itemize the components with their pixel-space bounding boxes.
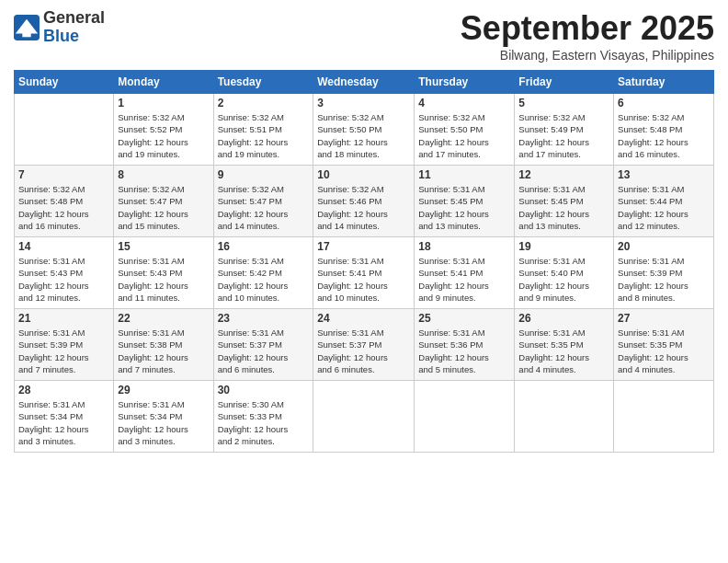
calendar-cell: 26Sunrise: 5:31 AM Sunset: 5:35 PM Dayli… bbox=[515, 309, 614, 381]
column-header-saturday: Saturday bbox=[614, 71, 714, 94]
calendar-cell: 3Sunrise: 5:32 AM Sunset: 5:50 PM Daylig… bbox=[313, 94, 415, 166]
calendar-cell: 11Sunrise: 5:31 AM Sunset: 5:45 PM Dayli… bbox=[415, 166, 515, 237]
calendar-cell bbox=[15, 94, 114, 166]
calendar-cell: 22Sunrise: 5:31 AM Sunset: 5:38 PM Dayli… bbox=[114, 309, 213, 381]
day-number: 1 bbox=[118, 97, 209, 109]
day-info: Sunrise: 5:30 AM Sunset: 5:33 PM Dayligh… bbox=[218, 398, 310, 447]
calendar-cell: 6Sunrise: 5:32 AM Sunset: 5:48 PM Daylig… bbox=[614, 94, 714, 166]
day-number: 28 bbox=[18, 384, 109, 396]
day-number: 12 bbox=[518, 168, 609, 181]
calendar-cell: 2Sunrise: 5:32 AM Sunset: 5:51 PM Daylig… bbox=[213, 94, 313, 166]
calendar-cell: 13Sunrise: 5:31 AM Sunset: 5:44 PM Dayli… bbox=[614, 166, 714, 237]
column-header-monday: Monday bbox=[114, 71, 213, 94]
calendar-cell: 20Sunrise: 5:31 AM Sunset: 5:39 PM Dayli… bbox=[614, 237, 714, 309]
day-number: 13 bbox=[618, 168, 710, 181]
calendar-cell: 14Sunrise: 5:31 AM Sunset: 5:43 PM Dayli… bbox=[15, 237, 114, 309]
day-number: 16 bbox=[218, 240, 310, 253]
location: Bilwang, Eastern Visayas, Philippines bbox=[461, 48, 714, 63]
calendar-cell bbox=[415, 381, 515, 453]
day-info: Sunrise: 5:31 AM Sunset: 5:37 PM Dayligh… bbox=[317, 327, 410, 375]
day-number: 5 bbox=[518, 97, 609, 109]
day-info: Sunrise: 5:31 AM Sunset: 5:44 PM Dayligh… bbox=[618, 183, 710, 232]
calendar-cell: 9Sunrise: 5:32 AM Sunset: 5:47 PM Daylig… bbox=[213, 166, 313, 237]
logo-blue-text: Blue bbox=[43, 28, 105, 46]
day-number: 22 bbox=[118, 312, 209, 325]
column-header-tuesday: Tuesday bbox=[213, 71, 313, 94]
day-number: 20 bbox=[618, 240, 710, 253]
day-number: 25 bbox=[418, 312, 510, 325]
day-info: Sunrise: 5:32 AM Sunset: 5:47 PM Dayligh… bbox=[218, 183, 310, 232]
day-info: Sunrise: 5:31 AM Sunset: 5:43 PM Dayligh… bbox=[118, 255, 209, 304]
day-info: Sunrise: 5:31 AM Sunset: 5:45 PM Dayligh… bbox=[418, 183, 510, 232]
calendar-cell: 29Sunrise: 5:31 AM Sunset: 5:34 PM Dayli… bbox=[114, 381, 213, 453]
column-header-wednesday: Wednesday bbox=[313, 71, 415, 94]
day-number: 11 bbox=[418, 168, 510, 181]
calendar-cell: 10Sunrise: 5:32 AM Sunset: 5:46 PM Dayli… bbox=[313, 166, 415, 237]
day-number: 15 bbox=[118, 240, 209, 253]
day-info: Sunrise: 5:31 AM Sunset: 5:41 PM Dayligh… bbox=[418, 255, 510, 304]
logo-icon bbox=[14, 15, 40, 40]
day-info: Sunrise: 5:31 AM Sunset: 5:42 PM Dayligh… bbox=[218, 255, 310, 304]
calendar-cell bbox=[614, 381, 714, 453]
day-info: Sunrise: 5:32 AM Sunset: 5:46 PM Dayligh… bbox=[317, 183, 410, 232]
day-number: 7 bbox=[18, 168, 109, 181]
day-number: 29 bbox=[118, 384, 209, 396]
day-number: 24 bbox=[317, 312, 410, 325]
day-number: 26 bbox=[518, 312, 609, 325]
calendar-cell: 18Sunrise: 5:31 AM Sunset: 5:41 PM Dayli… bbox=[415, 237, 515, 309]
day-number: 17 bbox=[317, 240, 410, 253]
calendar-cell: 17Sunrise: 5:31 AM Sunset: 5:41 PM Dayli… bbox=[313, 237, 415, 309]
calendar-cell: 19Sunrise: 5:31 AM Sunset: 5:40 PM Dayli… bbox=[515, 237, 614, 309]
day-number: 23 bbox=[218, 312, 310, 325]
day-number: 14 bbox=[18, 240, 109, 253]
day-number: 18 bbox=[418, 240, 510, 253]
day-info: Sunrise: 5:31 AM Sunset: 5:34 PM Dayligh… bbox=[118, 398, 209, 447]
calendar-cell: 30Sunrise: 5:30 AM Sunset: 5:33 PM Dayli… bbox=[213, 381, 313, 453]
day-number: 3 bbox=[317, 97, 410, 109]
day-number: 21 bbox=[18, 312, 109, 325]
day-info: Sunrise: 5:31 AM Sunset: 5:45 PM Dayligh… bbox=[518, 183, 609, 232]
day-info: Sunrise: 5:32 AM Sunset: 5:47 PM Dayligh… bbox=[118, 183, 209, 232]
day-info: Sunrise: 5:31 AM Sunset: 5:40 PM Dayligh… bbox=[518, 255, 609, 304]
day-number: 19 bbox=[518, 240, 609, 253]
calendar-cell: 12Sunrise: 5:31 AM Sunset: 5:45 PM Dayli… bbox=[515, 166, 614, 237]
calendar-cell: 23Sunrise: 5:31 AM Sunset: 5:37 PM Dayli… bbox=[213, 309, 313, 381]
day-info: Sunrise: 5:32 AM Sunset: 5:52 PM Dayligh… bbox=[118, 111, 209, 160]
calendar-cell: 5Sunrise: 5:32 AM Sunset: 5:49 PM Daylig… bbox=[515, 94, 614, 166]
day-info: Sunrise: 5:32 AM Sunset: 5:50 PM Dayligh… bbox=[418, 111, 510, 160]
calendar-cell bbox=[515, 381, 614, 453]
day-info: Sunrise: 5:31 AM Sunset: 5:39 PM Dayligh… bbox=[18, 327, 109, 375]
calendar-cell: 28Sunrise: 5:31 AM Sunset: 5:34 PM Dayli… bbox=[15, 381, 114, 453]
logo: General Blue bbox=[14, 9, 105, 46]
calendar-cell: 25Sunrise: 5:31 AM Sunset: 5:36 PM Dayli… bbox=[415, 309, 515, 381]
day-info: Sunrise: 5:31 AM Sunset: 5:38 PM Dayligh… bbox=[118, 327, 209, 375]
day-number: 4 bbox=[418, 97, 510, 109]
calendar-cell: 15Sunrise: 5:31 AM Sunset: 5:43 PM Dayli… bbox=[114, 237, 213, 309]
day-info: Sunrise: 5:31 AM Sunset: 5:35 PM Dayligh… bbox=[518, 327, 609, 375]
day-info: Sunrise: 5:31 AM Sunset: 5:34 PM Dayligh… bbox=[18, 398, 109, 447]
day-info: Sunrise: 5:32 AM Sunset: 5:49 PM Dayligh… bbox=[518, 111, 609, 160]
svg-rect-2 bbox=[22, 30, 30, 37]
month-title: September 2025 bbox=[461, 9, 714, 48]
calendar-cell: 4Sunrise: 5:32 AM Sunset: 5:50 PM Daylig… bbox=[415, 94, 515, 166]
calendar-cell: 27Sunrise: 5:31 AM Sunset: 5:35 PM Dayli… bbox=[614, 309, 714, 381]
calendar-table: SundayMondayTuesdayWednesdayThursdayFrid… bbox=[14, 70, 714, 453]
calendar-cell: 8Sunrise: 5:32 AM Sunset: 5:47 PM Daylig… bbox=[114, 166, 213, 237]
calendar-cell: 16Sunrise: 5:31 AM Sunset: 5:42 PM Dayli… bbox=[213, 237, 313, 309]
day-info: Sunrise: 5:31 AM Sunset: 5:41 PM Dayligh… bbox=[317, 255, 410, 304]
title-block: September 2025 Bilwang, Eastern Visayas,… bbox=[461, 9, 714, 63]
day-info: Sunrise: 5:31 AM Sunset: 5:43 PM Dayligh… bbox=[18, 255, 109, 304]
day-number: 27 bbox=[618, 312, 710, 325]
day-number: 9 bbox=[218, 168, 310, 181]
calendar-cell bbox=[313, 381, 415, 453]
column-header-friday: Friday bbox=[515, 71, 614, 94]
column-header-thursday: Thursday bbox=[415, 71, 515, 94]
day-info: Sunrise: 5:32 AM Sunset: 5:50 PM Dayligh… bbox=[317, 111, 410, 160]
day-number: 6 bbox=[618, 97, 710, 109]
day-number: 30 bbox=[218, 384, 310, 396]
calendar-cell: 7Sunrise: 5:32 AM Sunset: 5:48 PM Daylig… bbox=[15, 166, 114, 237]
day-info: Sunrise: 5:31 AM Sunset: 5:39 PM Dayligh… bbox=[618, 255, 710, 304]
calendar-cell: 24Sunrise: 5:31 AM Sunset: 5:37 PM Dayli… bbox=[313, 309, 415, 381]
day-number: 8 bbox=[118, 168, 209, 181]
day-info: Sunrise: 5:31 AM Sunset: 5:36 PM Dayligh… bbox=[418, 327, 510, 375]
